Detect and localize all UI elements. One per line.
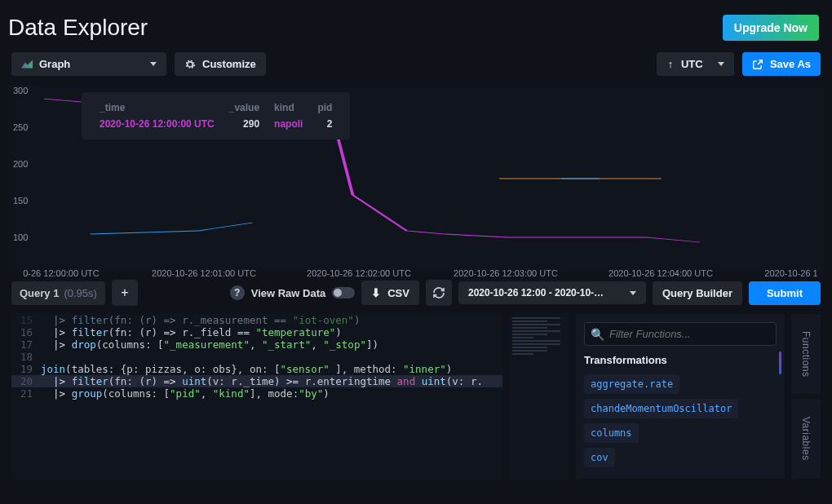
functions-panel: 🔍 Transformations aggregate.rate chandeM… <box>576 314 785 479</box>
raw-data-label: View Raw Data <box>251 287 326 299</box>
graph-icon <box>21 60 33 69</box>
chevron-down-icon <box>150 62 157 66</box>
code-minimap[interactable] <box>509 314 569 479</box>
export-icon <box>752 59 763 70</box>
function-item[interactable]: chandeMomentumOscillator <box>584 399 738 418</box>
view-type-label: Graph <box>39 58 70 70</box>
add-query-button[interactable]: + <box>112 280 138 306</box>
upgrade-button[interactable]: Upgrade Now <box>723 15 819 41</box>
query-tab-label: Query 1 <box>20 287 59 299</box>
csv-label: CSV <box>387 287 409 299</box>
function-item[interactable]: aggregate.rate <box>584 374 679 394</box>
save-as-button[interactable]: Save As <box>742 52 821 76</box>
view-type-select[interactable]: Graph <box>11 52 166 76</box>
view-raw-data-toggle[interactable]: ? View Raw Data <box>230 285 356 300</box>
refresh-icon <box>432 286 445 299</box>
help-icon: ? <box>230 285 245 300</box>
filter-functions-input[interactable] <box>584 322 777 346</box>
side-tab-variables[interactable]: Variables <box>791 399 821 479</box>
accent-indicator <box>779 351 781 374</box>
time-range-select[interactable]: 2020-10-26 12:00 - 2020-10-26 ... <box>458 281 646 304</box>
chevron-down-icon <box>718 62 724 66</box>
save-as-label: Save As <box>770 58 811 70</box>
search-icon: 🔍 <box>591 328 604 341</box>
toggle-switch[interactable] <box>332 287 355 298</box>
timezone-select[interactable]: ↑ UTC <box>657 52 734 76</box>
function-item[interactable]: columns <box>584 423 639 443</box>
query-builder-button[interactable]: Query Builder <box>653 281 742 305</box>
gear-icon <box>184 59 196 70</box>
chevron-down-icon <box>630 291 636 295</box>
chart-area[interactable]: 300 250 200 150 100 _time _value kind pi… <box>8 84 824 272</box>
csv-button[interactable]: ⬇ CSV <box>361 281 419 305</box>
timezone-label: UTC <box>681 58 703 70</box>
function-item[interactable]: cov <box>584 448 615 467</box>
code-editor[interactable]: 15 |> filter(fn: (r) => r._measurement =… <box>11 314 502 479</box>
query-duration: (0.95s) <box>64 287 96 299</box>
arrow-icon: ↑ <box>666 58 675 70</box>
chart-tooltip: _time _value kind pid 2020-10-26 12:00:0… <box>82 92 350 139</box>
download-icon: ⬇ <box>371 286 381 299</box>
page-title: Data Explorer <box>8 15 148 41</box>
time-range-label: 2020-10-26 12:00 - 2020-10-26 ... <box>468 287 607 298</box>
query-tab[interactable]: Query 1 (0.95s) <box>11 281 105 305</box>
side-tab-functions[interactable]: Functions <box>791 314 821 394</box>
refresh-button[interactable] <box>426 280 452 306</box>
customize-label: Customize <box>202 58 256 70</box>
submit-button[interactable]: Submit <box>749 281 821 305</box>
customize-button[interactable]: Customize <box>175 52 266 76</box>
functions-heading: Transformations <box>584 354 777 366</box>
